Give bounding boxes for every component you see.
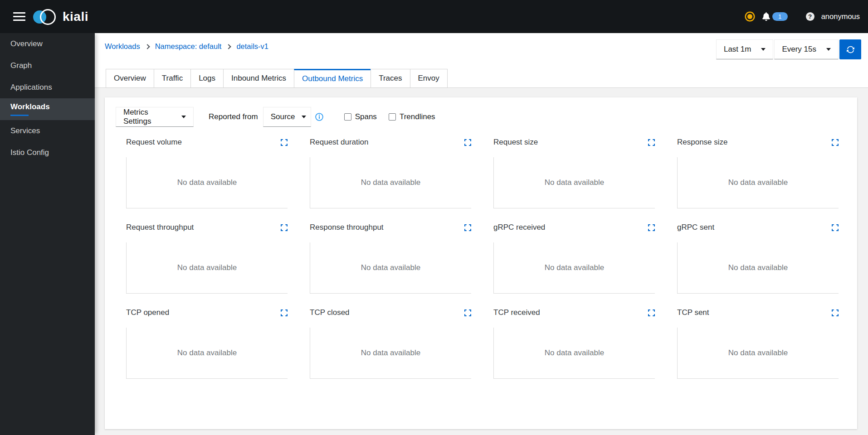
sidebar-item-istio-config[interactable]: Istio Config: [0, 142, 95, 164]
chart-title: Request volume: [126, 138, 182, 147]
no-data-text: No data available: [545, 348, 604, 358]
chart-card-request-volume: Request volume No data available: [126, 138, 288, 208]
tab-label: Logs: [199, 74, 215, 83]
expand-icon[interactable]: [832, 309, 839, 316]
tab-overview[interactable]: Overview: [106, 69, 154, 88]
refresh-button[interactable]: [839, 39, 861, 59]
chart-area: No data available: [126, 328, 288, 379]
notifications-button[interactable]: 1: [762, 12, 788, 21]
chart-title: Response throughput: [310, 223, 384, 232]
refresh-interval-value: Every 15s: [782, 45, 816, 54]
refresh-interval-select[interactable]: Every 15s: [774, 39, 839, 59]
expand-icon[interactable]: [832, 139, 839, 146]
chart-area: No data available: [126, 157, 288, 208]
chart-area: No data available: [677, 157, 839, 208]
duration-value: Last 1m: [724, 45, 751, 54]
no-data-text: No data available: [728, 178, 788, 187]
no-data-text: No data available: [361, 348, 420, 358]
expand-icon[interactable]: [281, 224, 288, 231]
chart-card-grpc-sent: gRPC sent No data available: [677, 223, 839, 294]
chart-card-tcp-closed: TCP closed No data available: [310, 308, 471, 379]
sidebar-item-workloads[interactable]: Workloads: [0, 98, 95, 120]
caret-down-icon: [826, 48, 831, 51]
no-data-text: No data available: [361, 178, 420, 187]
tab-inbound-metrics[interactable]: Inbound Metrics: [223, 69, 294, 88]
no-data-text: No data available: [728, 348, 788, 358]
detail-tabs: Overview Traffic Logs Inbound Metrics Ou…: [106, 69, 448, 88]
expand-icon[interactable]: [464, 224, 471, 231]
spans-label: Spans: [355, 112, 377, 121]
expand-icon[interactable]: [464, 309, 471, 316]
chart-area: No data available: [493, 328, 655, 379]
tab-label: Outbound Metrics: [302, 74, 363, 83]
no-data-text: No data available: [545, 263, 604, 272]
tab-traces[interactable]: Traces: [371, 69, 410, 88]
chart-area: No data available: [677, 242, 839, 294]
expand-icon[interactable]: [464, 139, 471, 146]
sidebar-item-services[interactable]: Services: [0, 120, 95, 142]
reported-from-label: Reported from: [209, 112, 258, 121]
user-menu[interactable]: anonymous: [821, 12, 860, 21]
angle-right-icon: [145, 44, 150, 49]
metrics-toolbar: Metrics Settings Reported from Source Sp…: [105, 97, 857, 127]
expand-icon[interactable]: [281, 309, 288, 316]
tab-logs[interactable]: Logs: [190, 69, 224, 88]
chart-area: No data available: [310, 242, 471, 294]
sidebar-item-graph[interactable]: Graph: [0, 55, 95, 77]
expand-icon[interactable]: [281, 139, 288, 146]
bell-icon: [762, 12, 770, 21]
charts-grid: Request volume No data available Request…: [126, 138, 839, 379]
sidebar-item-label: Applications: [10, 83, 95, 92]
chart-card-request-throughput: Request throughput No data available: [126, 223, 288, 294]
active-indicator: [10, 115, 29, 116]
info-icon[interactable]: [315, 113, 323, 121]
no-data-text: No data available: [728, 263, 788, 272]
chart-title: TCP closed: [310, 308, 350, 317]
trendlines-checkbox[interactable]: [389, 113, 396, 121]
chart-title: gRPC sent: [677, 223, 714, 232]
chart-area: No data available: [126, 242, 288, 294]
sidebar-item-label: Istio Config: [10, 148, 95, 157]
tab-label: Traffic: [162, 74, 183, 83]
duration-select[interactable]: Last 1m: [716, 39, 773, 59]
kiali-logo-icon: [33, 8, 59, 25]
sidebar-item-label: Services: [10, 126, 95, 135]
tab-label: Envoy: [418, 74, 439, 83]
metrics-settings-dropdown[interactable]: Metrics Settings: [116, 107, 194, 127]
chart-area: No data available: [310, 328, 471, 379]
sync-icon: [846, 45, 855, 54]
tab-envoy[interactable]: Envoy: [410, 69, 448, 88]
chart-card-request-duration: Request duration No data available: [310, 138, 471, 208]
reporter-value: Source: [271, 112, 295, 121]
chart-card-response-size: Response size No data available: [677, 138, 839, 208]
mesh-status-icon[interactable]: [747, 14, 752, 19]
breadcrumb-link-workloads[interactable]: Workloads: [105, 42, 140, 51]
sidebar-item-overview[interactable]: Overview: [0, 33, 95, 55]
spans-checkbox-label[interactable]: Spans: [344, 112, 377, 121]
spans-checkbox[interactable]: [344, 113, 351, 121]
help-icon[interactable]: [806, 12, 814, 21]
breadcrumb-link-namespace[interactable]: Namespace: default: [155, 42, 222, 51]
masthead: kiali 1 anonymous: [0, 0, 868, 33]
trendlines-checkbox-label[interactable]: Trendlines: [389, 112, 435, 121]
main-layout: Overview Graph Applications Workloads Se…: [0, 33, 868, 435]
menu-toggle-icon[interactable]: [13, 10, 25, 23]
chart-options: Spans Trendlines: [344, 112, 435, 121]
expand-icon[interactable]: [648, 139, 655, 146]
breadcrumb-link-workload-name[interactable]: details-v1: [236, 42, 268, 51]
time-controls: Last 1m Every 15s: [716, 39, 861, 59]
chart-card-response-throughput: Response throughput No data available: [310, 223, 471, 294]
chart-title: gRPC received: [493, 223, 545, 232]
expand-icon[interactable]: [832, 224, 839, 231]
chart-card-request-size: Request size No data available: [493, 138, 655, 208]
tab-traffic[interactable]: Traffic: [154, 69, 191, 88]
brand[interactable]: kiali: [33, 8, 88, 25]
sidebar-item-applications[interactable]: Applications: [0, 77, 95, 98]
no-data-text: No data available: [545, 178, 604, 187]
chart-title: Response size: [677, 138, 728, 147]
tab-outbound-metrics[interactable]: Outbound Metrics: [294, 69, 371, 88]
chart-area: No data available: [493, 242, 655, 294]
expand-icon[interactable]: [648, 224, 655, 231]
reporter-select[interactable]: Source: [263, 107, 311, 127]
expand-icon[interactable]: [648, 309, 655, 316]
